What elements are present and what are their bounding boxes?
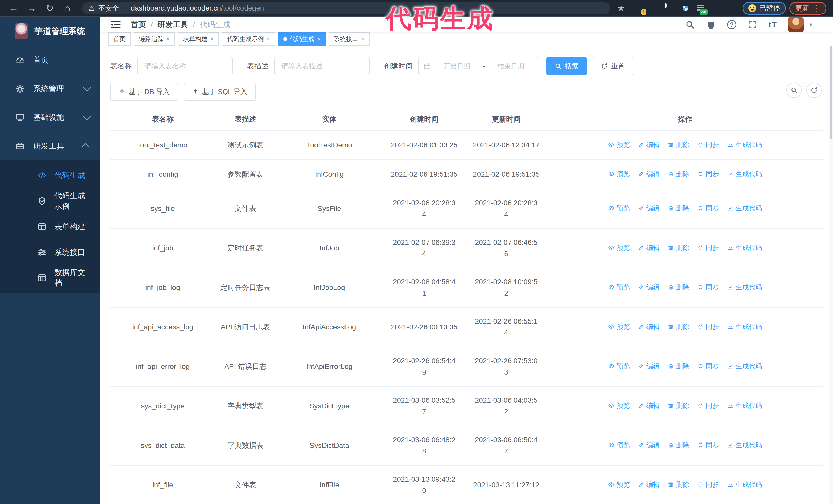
编辑-link[interactable]: 编辑 [638,202,660,214]
生成代码-link[interactable]: 生成代码 [727,400,762,411]
预览-link[interactable]: 预览 [608,321,630,332]
avatar[interactable] [788,17,804,32]
sidebar-item-system[interactable]: 系统管理 [0,74,100,103]
close-icon[interactable]: × [166,36,170,42]
同步-link[interactable]: 同步 [697,360,719,372]
tab-系统接口[interactable]: 系统接口× [329,32,370,46]
预览-link[interactable]: 预览 [608,202,630,214]
extension-dark-icon[interactable]: on [696,3,706,13]
fullscreen-icon[interactable] [748,20,757,29]
table-desc-input[interactable] [281,62,362,70]
close-icon[interactable]: × [266,36,270,42]
预览-link[interactable]: 预览 [608,139,630,150]
close-icon[interactable]: × [317,36,320,42]
hamburger-icon[interactable] [110,19,121,30]
删除-link[interactable]: 删除 [667,321,689,332]
预览-link[interactable]: 预览 [608,439,630,451]
back-icon[interactable]: ← [7,1,21,16]
page-scrollbar[interactable] [829,17,833,504]
search-icon[interactable] [685,20,695,29]
paused-extension-badge[interactable]: 已暂停 [742,2,786,15]
编辑-link[interactable]: 编辑 [638,139,660,150]
kebab-menu-icon[interactable]: ⋮ [813,4,820,12]
编辑-link[interactable]: 编辑 [638,242,660,253]
extension-puzzle-icon[interactable] [727,3,736,13]
breadcrumb-item[interactable]: 研发工具 [158,20,188,30]
同步-link[interactable]: 同步 [697,168,719,179]
tab-代码生成示例[interactable]: 代码生成示例× [222,32,275,46]
编辑-link[interactable]: 编辑 [638,439,660,451]
删除-link[interactable]: 删除 [667,282,689,293]
breadcrumb-item[interactable]: 首页 [131,20,146,30]
forward-icon[interactable]: → [25,1,39,16]
reload-icon[interactable]: ↻ [43,1,57,16]
home-icon[interactable]: ⌂ [61,1,75,16]
tab-表单构建[interactable]: 表单构建× [178,32,219,46]
db-import-button[interactable]: 基于 DB 导入 [110,82,178,101]
同步-link[interactable]: 同步 [697,202,719,214]
删除-link[interactable]: 删除 [667,360,689,372]
生成代码-link[interactable]: 生成代码 [727,242,762,253]
删除-link[interactable]: 删除 [667,439,689,451]
sidebar-item-db-doc[interactable]: 数据库文档 [0,265,100,291]
date-range-picker[interactable]: 开始日期 - 结束日期 [418,57,539,75]
同步-link[interactable]: 同步 [697,400,719,411]
同步-link[interactable]: 同步 [697,242,719,253]
update-button[interactable]: 更新 ⋮ [789,2,826,15]
同步-link[interactable]: 同步 [697,282,719,293]
bookmark-star-icon[interactable]: ★ [614,1,628,16]
生成代码-link[interactable]: 生成代码 [727,202,762,214]
同步-link[interactable]: 同步 [697,479,719,490]
sidebar-item-system-api[interactable]: 系统接口 [0,239,100,265]
url-bar[interactable]: ⚠ 不安全 dashboard.yudao.iocoder.cn/tool/co… [82,2,610,14]
同步-link[interactable]: 同步 [697,439,719,451]
extension-grid-icon[interactable] [681,3,690,13]
预览-link[interactable]: 预览 [608,168,630,179]
预览-link[interactable]: 预览 [608,242,630,253]
预览-link[interactable]: 预览 [608,479,630,490]
help-icon[interactable]: ? [727,20,736,29]
extension-check-icon[interactable] [665,3,675,13]
同步-link[interactable]: 同步 [697,139,719,150]
编辑-link[interactable]: 编辑 [638,400,660,411]
生成代码-link[interactable]: 生成代码 [727,439,762,451]
search-button[interactable]: 搜索 [546,57,587,75]
reset-button[interactable]: 重置 [593,57,633,75]
删除-link[interactable]: 删除 [667,242,689,253]
sidebar-item-form-build[interactable]: 表单构建 [0,214,100,239]
预览-link[interactable]: 预览 [608,400,630,411]
生成代码-link[interactable]: 生成代码 [727,360,762,372]
预览-link[interactable]: 预览 [608,360,630,372]
生成代码-link[interactable]: 生成代码 [727,282,762,293]
toggle-search-button[interactable] [786,82,802,98]
编辑-link[interactable]: 编辑 [638,168,660,179]
sidebar-item-devtools[interactable]: 研发工具 [0,132,100,161]
编辑-link[interactable]: 编辑 [638,321,660,332]
text-size-icon[interactable]: tT [769,20,777,29]
tab-首页[interactable]: 首页 [108,32,131,46]
close-icon[interactable]: × [361,36,364,42]
sidebar-item-home[interactable]: 首页 [0,46,100,74]
security-chip[interactable]: 不安全 [98,4,119,13]
extension-gem-icon[interactable] [650,3,660,13]
删除-link[interactable]: 删除 [667,168,689,179]
编辑-link[interactable]: 编辑 [638,282,660,293]
删除-link[interactable]: 删除 [667,479,689,490]
同步-link[interactable]: 同步 [697,321,719,332]
编辑-link[interactable]: 编辑 [638,360,660,372]
extension-orange-icon[interactable]: 1 [634,3,644,13]
tab-链路追踪[interactable]: 链路追踪× [134,32,175,46]
table-name-input[interactable] [145,62,225,70]
extension-green-icon[interactable] [711,3,721,13]
sidebar-item-infra[interactable]: 基础设施 [0,103,100,132]
sidebar-item-codegen-example[interactable]: 代码生成示例 [0,188,100,214]
github-icon[interactable] [706,20,716,29]
生成代码-link[interactable]: 生成代码 [727,139,762,150]
tab-代码生成[interactable]: 代码生成× [278,32,326,46]
refresh-table-button[interactable] [806,82,822,98]
生成代码-link[interactable]: 生成代码 [727,168,762,179]
删除-link[interactable]: 删除 [667,139,689,150]
删除-link[interactable]: 删除 [667,202,689,214]
预览-link[interactable]: 预览 [608,282,630,293]
sidebar-item-codegen[interactable]: 代码生成 [0,163,100,188]
